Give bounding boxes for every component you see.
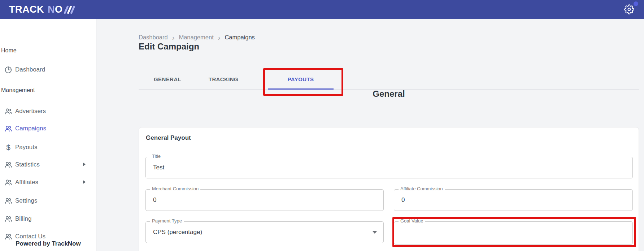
sidebar-item-campaigns[interactable]: Campaigns — [0, 124, 96, 134]
sidebar-item-affiliates[interactable]: Affiliates — [0, 177, 96, 187]
breadcrumb-campaigns: Campaigns — [225, 34, 254, 41]
section-heading: General — [139, 89, 639, 99]
powered-by-label: Powered by TrackNow — [0, 240, 96, 247]
chevron-right-icon — [83, 163, 86, 166]
merchant-commission-label: Merchant Commission — [150, 186, 200, 191]
logo-text-o: O — [55, 4, 63, 15]
sidebar: Home Dashboard Management Advertisers Ca… — [0, 19, 96, 251]
sidebar-item-dashboard[interactable]: Dashboard — [0, 65, 96, 75]
goal-value-field: Goal Value — [394, 221, 633, 244]
people-icon — [4, 215, 12, 223]
card-title: General Payout — [146, 134, 191, 142]
people-icon — [4, 178, 12, 186]
tab-bar: GENERAL TRACKING PAYOUTS — [139, 69, 639, 90]
people-icon — [4, 197, 12, 205]
sidebar-item-payouts[interactable]: $ Payouts — [0, 142, 96, 152]
page-title: Edit Campaign — [139, 42, 199, 52]
logo-w-glyph — [64, 5, 74, 14]
affiliate-commission-input[interactable] — [394, 190, 632, 211]
top-header: TRACK N O — [0, 0, 644, 19]
breadcrumb: Dashboard › Management › Campaigns — [139, 34, 255, 41]
sidebar-section-home: Home — [1, 47, 73, 54]
affiliate-commission-label: Affiliate Commission — [399, 186, 445, 191]
tab-tracking[interactable]: TRACKING — [193, 69, 254, 90]
goal-value-label: Goal Value — [399, 218, 425, 224]
people-icon — [4, 161, 12, 169]
settings-gear-icon[interactable] — [624, 4, 634, 14]
title-input[interactable] — [146, 157, 632, 178]
sidebar-item-statistics[interactable]: Statistics — [0, 160, 96, 170]
logo-text-track: TRACK — [9, 4, 44, 15]
pie-chart-icon — [4, 66, 12, 74]
main-content: Dashboard › Management › Campaigns Edit … — [96, 19, 644, 251]
people-icon — [4, 107, 12, 115]
merchant-commission-field: Merchant Commission — [145, 189, 384, 211]
card-divider — [139, 149, 639, 149]
breadcrumb-separator: › — [172, 35, 175, 40]
title-field: Title — [145, 157, 633, 178]
sidebar-section-management: Management — [1, 87, 73, 94]
chevron-right-icon — [83, 180, 86, 184]
people-icon — [4, 125, 12, 133]
title-field-label: Title — [150, 153, 162, 159]
breadcrumb-separator: › — [218, 35, 221, 40]
dropdown-arrow-icon — [373, 231, 377, 234]
affiliate-commission-field: Affiliate Commission — [394, 189, 633, 211]
logo-text-n: N — [48, 4, 55, 15]
breadcrumb-dashboard[interactable]: Dashboard — [139, 34, 168, 41]
merchant-commission-input[interactable] — [146, 190, 383, 211]
sidebar-divider — [0, 233, 96, 233]
payment-type-value: CPS (percentage) — [153, 222, 202, 243]
dollar-icon: $ — [4, 143, 12, 151]
breadcrumb-management[interactable]: Management — [179, 34, 213, 41]
sidebar-item-billing[interactable]: Billing — [0, 214, 96, 224]
sidebar-item-advertisers[interactable]: Advertisers — [0, 106, 96, 116]
payment-type-select[interactable]: Payment Type CPS (percentage) — [145, 221, 384, 243]
tab-general[interactable]: GENERAL — [139, 69, 196, 90]
general-payout-card: General Payout Title Merchant Commission… — [139, 127, 639, 251]
people-icon — [4, 233, 12, 241]
app-logo: TRACK N O — [9, 0, 74, 19]
sidebar-item-settings[interactable]: Settings — [0, 196, 96, 206]
tab-payouts[interactable]: PAYOUTS — [268, 69, 334, 90]
goal-value-input[interactable] — [394, 222, 632, 244]
